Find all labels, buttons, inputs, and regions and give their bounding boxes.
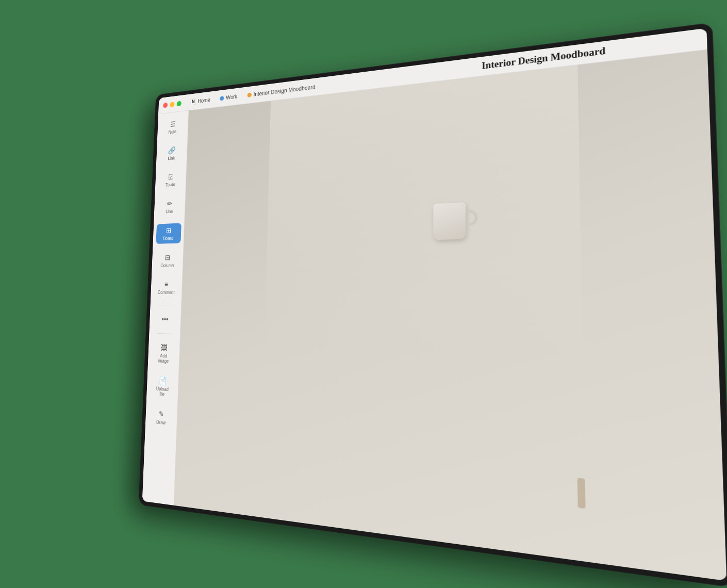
sidebar-item-link[interactable]: 🔗 Link [159,142,184,164]
checklist-icon: ☑ [168,173,173,182]
tab-work-label: Work [226,93,237,101]
sidebar-item-addimage[interactable]: 🖼 Add image [151,341,176,367]
sidebar-item-draw[interactable]: ✎ Draw [148,406,174,429]
sidebar-item-note[interactable]: ☰ Note [160,116,186,138]
minimize-button[interactable] [170,102,174,107]
tab-work[interactable]: Work [216,91,241,103]
sidebar-todo-label: To-do [166,182,175,188]
sidebar-item-column[interactable]: ⊟ Column [155,250,180,271]
moodboard-tab-icon [247,92,251,97]
mug-shape [433,202,466,240]
sidebar-item-more[interactable]: ••• [153,313,178,326]
moodboard-grid: Artwork Rock [174,50,726,581]
main-layout: ☰ Note 🔗 Link ☑ To-do ✏ Line [142,50,727,581]
sidebar-comment-label: Comment [158,290,175,295]
sidebar-upload-label: Upload file [153,386,171,397]
file-icon: 📄 [158,376,167,385]
tab-moodboard-label: Interior Design Moodboard [253,84,315,97]
sidebar-item-todo[interactable]: ☑ To-do [158,169,183,191]
sidebar-column-label: Column [160,263,174,268]
lines-icon: ☰ [170,120,176,128]
columns-icon: ⊟ [165,253,170,262]
maximize-button[interactable] [177,101,181,106]
sidebar-divider [158,305,173,305]
link-icon: 🔗 [168,146,175,155]
sidebar-item-line[interactable]: ✏ Line [157,196,182,217]
sidebar-link-label: Link [168,156,175,161]
sidebar-draw-label: Draw [156,419,166,425]
pencil-icon: ✏ [167,199,172,208]
comment-icon: ≡ [164,281,169,289]
sidebar-item-upload[interactable]: 📄 Upload file [150,373,176,400]
work-tab-icon [220,96,224,101]
screen-container: N Home Work Interior Design Moodboard In… [139,23,727,587]
sidebar-item-comment[interactable]: ≡ Comment [154,277,179,298]
draw-icon: ✎ [158,410,164,419]
sidebar-line-label: Line [166,209,173,214]
sidebar-item-board[interactable]: ⊞ Board [156,223,181,243]
laptop-wrapper: N Home Work Interior Design Moodboard In… [54,36,673,552]
traffic-lights [163,101,181,108]
sidebar-divider-2 [157,333,172,334]
notion-icon: N [190,99,196,105]
sidebar-board-label: Board [163,236,173,241]
sidebar-addimage-label: Add image [155,353,172,364]
tab-home-label: Home [197,96,210,104]
image-icon: 🖼 [160,344,167,352]
room-image-cell [583,371,722,475]
grid-icon: ⊞ [166,226,171,235]
sidebar-note-label: Note [168,129,176,135]
room-image [583,371,722,475]
ellipsis-icon: ••• [161,315,168,323]
tab-home[interactable]: N Home [187,95,214,107]
content-area: Artwork Rock [174,50,726,581]
screen-inner: N Home Work Interior Design Moodboard In… [142,28,727,581]
close-button[interactable] [163,102,168,108]
